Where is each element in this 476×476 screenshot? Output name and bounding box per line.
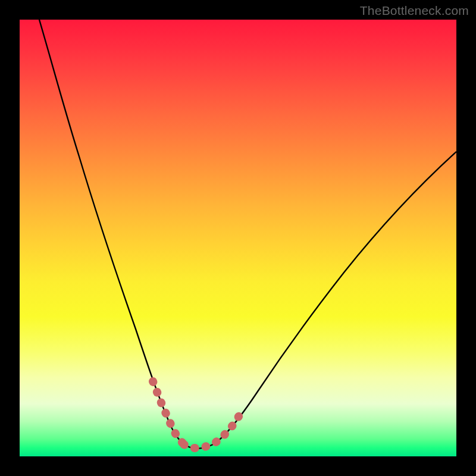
marker-segment-left xyxy=(153,381,184,444)
watermark-text: TheBottleneck.com xyxy=(360,4,469,18)
bottleneck-curve xyxy=(39,20,456,449)
marker-segment-bottom xyxy=(184,444,209,448)
plot-area xyxy=(20,20,456,456)
curve-layer xyxy=(20,20,456,456)
marker-segment-right xyxy=(216,415,240,442)
chart-frame: TheBottleneck.com xyxy=(0,0,476,476)
